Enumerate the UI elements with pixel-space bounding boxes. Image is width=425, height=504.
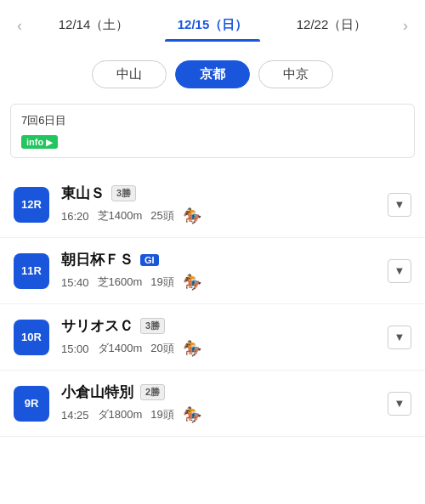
venue-tab-kyoto[interactable]: 京都 (175, 60, 250, 88)
date-dec14-label: 12/14（土） (59, 17, 129, 31)
race-surface-11r: 芝1600m (98, 275, 143, 290)
race-grade-11r: GI (140, 254, 159, 266)
race-horses-12r: 25頭 (150, 208, 173, 224)
race-arrow-10r[interactable]: ▼ (388, 326, 411, 349)
race-title-row-12r: 東山Ｓ 3勝 (61, 184, 376, 203)
venue-tab-nakayama[interactable]: 中山 (92, 60, 167, 88)
race-info-9r: 小倉山特別 2勝 14:25 ダ1800m 19頭 🏇 (61, 382, 376, 424)
race-arrow-11r[interactable]: ▼ (388, 259, 411, 283)
race-horse-icon-10r: 🏇 (183, 339, 201, 358)
venue-tab-chukyo[interactable]: 中京 (258, 60, 333, 88)
race-title-row-9r: 小倉山特別 2勝 (61, 382, 376, 402)
race-item-12r[interactable]: 12R 東山Ｓ 3勝 16:20 芝1400m 25頭 🏇 ▼ (0, 172, 425, 238)
race-arrow-9r[interactable]: ▼ (388, 392, 411, 416)
race-time-10r: 15:00 (61, 343, 89, 355)
race-time-12r: 16:20 (61, 210, 89, 223)
date-dec22-label: 12/22（日） (297, 17, 367, 31)
race-title-row-11r: 朝日杯ＦＳ GI (61, 250, 376, 269)
race-number-9r: 9R (14, 386, 49, 422)
info-badge[interactable]: info ▶ (21, 135, 58, 149)
race-grade-10r: 3勝 (140, 318, 165, 334)
info-badge-arrow-icon: ▶ (46, 138, 53, 147)
race-item-10r[interactable]: 10R サリオスＣ 3勝 15:00 ダ1400m 20頭 🏇 ▼ (0, 304, 425, 371)
race-horses-9r: 19頭 (150, 407, 173, 422)
race-name-11r: 朝日杯ＦＳ (61, 250, 133, 269)
date-tab-dec14[interactable]: 12/14（土） (34, 10, 153, 42)
venue-tabs: 中山 京都 中京 (0, 52, 425, 97)
race-info-12r: 東山Ｓ 3勝 16:20 芝1400m 25頭 🏇 (61, 184, 376, 225)
race-horse-icon-9r: 🏇 (183, 405, 201, 424)
race-horse-icon-11r: 🏇 (183, 273, 201, 292)
prev-date-arrow[interactable]: ‹ (7, 17, 32, 35)
date-tab-dec22[interactable]: 12/22（日） (272, 10, 391, 42)
race-arrow-12r[interactable]: ▼ (388, 193, 411, 217)
race-name-9r: 小倉山特別 (61, 382, 133, 402)
race-name-12r: 東山Ｓ (61, 184, 105, 203)
race-item-11r[interactable]: 11R 朝日杯ＦＳ GI 15:40 芝1600m 19頭 🏇 ▼ (0, 238, 425, 304)
race-time-9r: 14:25 (61, 409, 89, 422)
date-navigation: ‹ 12/14（土） 12/15（日） 12/22（日） › (0, 0, 425, 52)
race-surface-12r: 芝1400m (98, 208, 143, 224)
race-surface-10r: ダ1400m (98, 341, 143, 356)
date-tab-dec15[interactable]: 12/15（日） (153, 10, 272, 42)
race-horses-10r: 20頭 (150, 341, 173, 356)
race-name-10r: サリオスＣ (61, 316, 133, 336)
info-badge-label: info (26, 137, 43, 147)
race-number-12r: 12R (14, 187, 49, 223)
race-details-12r: 16:20 芝1400m 25頭 🏇 (61, 207, 376, 225)
race-surface-9r: ダ1800m (98, 407, 143, 422)
race-number-11r: 11R (14, 253, 49, 289)
race-item-9r[interactable]: 9R 小倉山特別 2勝 14:25 ダ1800m 19頭 🏇 ▼ (0, 371, 425, 437)
race-details-11r: 15:40 芝1600m 19頭 🏇 (61, 273, 376, 292)
race-details-10r: 15:00 ダ1400m 20頭 🏇 (61, 339, 376, 358)
race-grade-12r: 3勝 (111, 185, 136, 201)
next-date-arrow[interactable]: › (393, 17, 418, 35)
race-grade-9r: 2勝 (140, 384, 165, 400)
race-horses-11r: 19頭 (150, 275, 173, 290)
race-number-10r: 10R (14, 320, 49, 355)
day-label: 7回6日目 (21, 113, 404, 128)
race-time-11r: 15:40 (61, 276, 89, 289)
date-dec15-label: 12/15（日） (178, 17, 248, 31)
race-horse-icon-12r: 🏇 (183, 207, 201, 225)
info-bar: 7回6日目 info ▶ (10, 104, 415, 158)
race-details-9r: 14:25 ダ1800m 19頭 🏇 (61, 405, 376, 424)
race-info-11r: 朝日杯ＦＳ GI 15:40 芝1600m 19頭 🏇 (61, 250, 376, 292)
race-title-row-10r: サリオスＣ 3勝 (61, 316, 376, 336)
race-info-10r: サリオスＣ 3勝 15:00 ダ1400m 20頭 🏇 (61, 316, 376, 358)
race-list: 12R 東山Ｓ 3勝 16:20 芝1400m 25頭 🏇 ▼ 11R 朝日杯Ｆ… (0, 172, 425, 437)
date-tabs: 12/14（土） 12/15（日） 12/22（日） (32, 10, 393, 42)
